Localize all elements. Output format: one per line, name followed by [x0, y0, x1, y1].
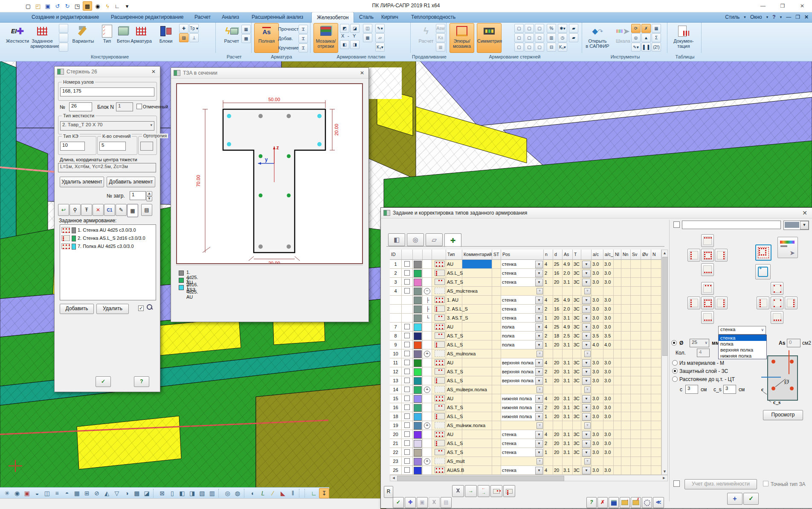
- column-header-Комментарий[interactable]: Комментарий: [462, 250, 492, 260]
- cell-type[interactable]: AS.T_S: [446, 448, 462, 457]
- column-header-As[interactable]: As: [563, 250, 573, 260]
- cell-exp[interactable]: [423, 367, 432, 376]
- cell-id[interactable]: 22: [390, 448, 402, 457]
- cell-nbig[interactable]: [651, 448, 661, 457]
- cell-tdd[interactable]: ▼: [581, 296, 592, 305]
- cell-nbig[interactable]: [651, 314, 661, 323]
- k3b-icon[interactable]: K₃▾: [558, 43, 567, 52]
- cell-nl[interactable]: [614, 412, 621, 421]
- cell-pos[interactable]: стенка▼: [501, 448, 544, 457]
- cell-comment[interactable]: [462, 269, 492, 278]
- cell-d[interactable]: 25: [553, 296, 563, 305]
- cut-table-button[interactable]: [490, 485, 502, 497]
- row-color-swatch[interactable]: [414, 270, 422, 277]
- row-color-swatch[interactable]: [414, 440, 422, 448]
- cell-nn[interactable]: [621, 403, 631, 412]
- plate-cube-4[interactable]: ◨: [350, 40, 360, 49]
- save-icon[interactable]: [609, 497, 619, 508]
- cell-nn[interactable]: [621, 421, 631, 430]
- cell-nn[interactable]: [621, 358, 631, 367]
- cell-pos[interactable]: стенка▼: [501, 314, 544, 323]
- cell-n[interactable]: 4: [544, 260, 553, 269]
- cell-d[interactable]: 20: [553, 314, 563, 323]
- cell-n[interactable]: 2: [544, 367, 553, 376]
- table-row[interactable]: ├1. AUстенка▼4254.93С▼3.03.0: [390, 296, 665, 305]
- cell-icon[interactable]: [432, 296, 446, 305]
- cell-nn[interactable]: [621, 296, 631, 305]
- cell-color[interactable]: [413, 421, 423, 430]
- pattern-perimeter-button[interactable]: [701, 249, 714, 262]
- cell-d[interactable]: 16: [553, 269, 563, 278]
- variants-button[interactable]: Варианты: [71, 23, 96, 53]
- cell-t[interactable]: [573, 385, 581, 394]
- blocks-button[interactable]: Блоки: [154, 23, 178, 53]
- cell-exp[interactable]: [423, 376, 432, 385]
- add-contour-button[interactable]: +: [755, 264, 771, 279]
- ibeam2-icon[interactable]: Ɪ: [299, 34, 308, 43]
- cell-type[interactable]: 2. AS.L_S: [446, 305, 462, 314]
- cell-id[interactable]: [390, 305, 402, 314]
- window-close-button[interactable]: ✕: [792, 0, 812, 12]
- cell-ac[interactable]: 3.0: [592, 305, 603, 314]
- cell-acs[interactable]: 3.5: [603, 332, 614, 340]
- apply-types-button[interactable]: ✓: [743, 493, 759, 505]
- tp-icon[interactable]: Тp ▾: [189, 24, 199, 33]
- cell-nn[interactable]: [621, 367, 631, 376]
- table-row[interactable]: 15AUнижняя полка▼4203.13С▼3.03.0: [390, 394, 665, 403]
- number-field[interactable]: 26: [69, 102, 92, 111]
- cell-d[interactable]: [553, 287, 563, 296]
- cell-ov[interactable]: [641, 403, 651, 412]
- row-checkbox[interactable]: [404, 431, 410, 437]
- storey-shelf-icon[interactable]: ▥: [208, 489, 217, 498]
- cell-chk[interactable]: [402, 457, 413, 466]
- cell-ac[interactable]: 3.0: [592, 430, 603, 439]
- cell-exp[interactable]: +: [423, 457, 432, 466]
- pattern-top-button[interactable]: [701, 234, 714, 247]
- cell-st[interactable]: [492, 260, 501, 269]
- chart-icon[interactable]: ▌▐: [641, 43, 651, 52]
- cell-comment[interactable]: [462, 394, 492, 403]
- row-checkbox[interactable]: [404, 369, 410, 374]
- cell-nn[interactable]: [621, 394, 631, 403]
- cell-ov[interactable]: [641, 287, 651, 296]
- cell-n[interactable]: 2: [544, 403, 553, 412]
- dialog-title-bar[interactable]: Задание и корректировка типов заданного …: [381, 208, 812, 218]
- cell-comment[interactable]: [462, 439, 492, 448]
- cell-d[interactable]: [553, 385, 563, 394]
- material-radio-label[interactable]: Из материалов - М: [679, 360, 724, 366]
- cell-pos[interactable]: стенка▼: [501, 430, 544, 439]
- position-dropdown-list[interactable]: стенкаполкаверхняя полканижняя полка: [718, 334, 767, 359]
- table-row[interactable]: 23+AS_mult▼▼: [390, 457, 665, 466]
- cell-color[interactable]: [413, 323, 423, 332]
- cell-comment[interactable]: [462, 457, 492, 466]
- tab-1[interactable]: Создание и редактирование: [26, 12, 104, 22]
- cell-ov[interactable]: [641, 448, 651, 457]
- doc-restore-icon[interactable]: ❐: [795, 14, 800, 20]
- cell-acs[interactable]: 3.0: [603, 367, 614, 376]
- cell-id[interactable]: 3: [390, 278, 402, 287]
- punch-frame-icon[interactable]: ▦: [436, 43, 445, 52]
- row-checkbox[interactable]: [404, 324, 410, 329]
- cell-n[interactable]: 4: [544, 358, 553, 367]
- rod-tab-t-section[interactable]: Ŧ: [81, 204, 92, 216]
- cell-ov[interactable]: [641, 367, 651, 376]
- column-header-Nl[interactable]: Nl: [614, 250, 621, 260]
- cell-id[interactable]: 11: [390, 358, 402, 367]
- cell-ac[interactable]: 3.0: [592, 367, 603, 376]
- pos-dropdown[interactable]: ▼: [535, 270, 543, 277]
- orthotropy-field[interactable]: [140, 142, 153, 151]
- cell-nl[interactable]: [614, 367, 621, 376]
- cell-acs[interactable]: 3.0: [603, 376, 614, 385]
- diameter-select[interactable]: 25∨: [690, 339, 709, 347]
- copy-type-button[interactable]: ▣: [417, 497, 428, 508]
- centroid-radio-label[interactable]: Расстояние до ц.т. - ЦТ: [679, 376, 735, 382]
- cell-tdd[interactable]: ▼: [581, 439, 592, 448]
- cover-radio-label[interactable]: Защитный слой - ЗС: [679, 368, 728, 374]
- spinner-down-button[interactable]: ▼: [146, 196, 152, 201]
- row-checkbox[interactable]: [404, 387, 410, 392]
- truss-small-icon[interactable]: ▲: [641, 33, 651, 42]
- cell-st[interactable]: [492, 296, 501, 305]
- cell-type[interactable]: AU: [446, 430, 462, 439]
- cell-pos[interactable]: полка▼: [501, 332, 544, 340]
- cell-sv[interactable]: [631, 278, 641, 287]
